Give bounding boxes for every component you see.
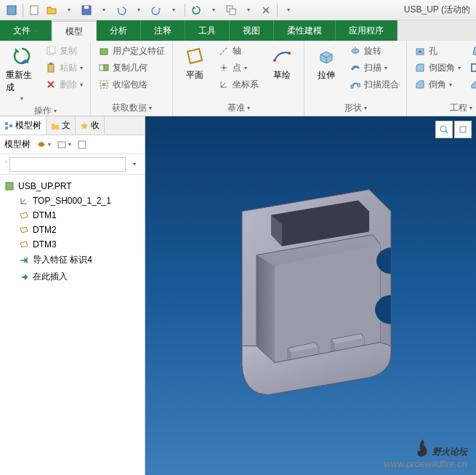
copy-button[interactable]: 复制: [42, 43, 86, 59]
svg-rect-9: [49, 63, 52, 65]
chamfer-button[interactable]: 倒角▾: [411, 76, 464, 92]
tab-analysis[interactable]: 分析: [97, 20, 141, 41]
tree-item-csys[interactable]: TOP_SH000_1_2_1: [3, 193, 142, 208]
tree-item-import[interactable]: 导入特征 标识4: [3, 252, 142, 268]
tree-settings-button[interactable]: ▾: [36, 140, 51, 150]
shell-button[interactable]: 壳: [467, 60, 476, 76]
model-render: [202, 175, 420, 407]
group-label: 获取数据▾: [95, 100, 168, 116]
clear-filter-icon[interactable]: [129, 160, 130, 169]
point-button[interactable]: 点▾: [215, 60, 262, 76]
sidebar-tab-favorites[interactable]: 收: [76, 116, 105, 135]
qat-new-icon[interactable]: [26, 2, 42, 18]
rib-button[interactable]: 筋▾: [467, 76, 476, 92]
sidebar-tab-modeltree[interactable]: 模型树: [0, 116, 47, 135]
tab-flex[interactable]: 柔性建模: [274, 20, 336, 41]
qat-windows-icon[interactable]: [223, 2, 239, 18]
qat-save-icon[interactable]: [78, 2, 94, 18]
watermark-url: www.proewildfire.cn: [384, 458, 467, 469]
svg-rect-1: [31, 6, 38, 15]
qat-home-icon[interactable]: [4, 2, 20, 18]
chevron-down-icon: ▾: [20, 95, 23, 102]
plane-button[interactable]: 平面: [177, 43, 212, 83]
viewport-3d[interactable]: 野火论坛 www.proewildfire.cn: [145, 116, 476, 475]
node-label: 在此插入: [33, 271, 68, 283]
sweep-button[interactable]: 扫描▾: [347, 60, 402, 76]
qat-close-icon[interactable]: [258, 2, 274, 18]
csys-icon: [218, 79, 230, 90]
tree-display-button[interactable]: ▾: [57, 140, 71, 150]
qat-dropdown-icon[interactable]: ▾: [241, 2, 257, 18]
svg-point-29: [419, 51, 421, 53]
qat-dropdown-icon[interactable]: ▾: [206, 2, 222, 18]
button-label: 扫描: [364, 62, 382, 74]
rib-icon: [469, 79, 476, 90]
star-icon: [80, 121, 89, 130]
qat-regen-icon[interactable]: [188, 2, 204, 18]
qat-dropdown-icon[interactable]: ▾: [96, 2, 112, 18]
sweepblend-button[interactable]: 扫描混合: [347, 76, 402, 92]
tree-search-button[interactable]: [77, 140, 87, 150]
tree-item-plane[interactable]: DTM3: [3, 237, 142, 252]
revolve-button[interactable]: 旋转: [347, 43, 402, 59]
settings-icon: [36, 140, 47, 150]
round-button[interactable]: 倒圆角▾: [411, 60, 464, 76]
tree-item-plane[interactable]: DTM2: [3, 223, 142, 237]
cube-icon: [458, 124, 468, 135]
shrinkwrap-button[interactable]: 收缩包络: [95, 76, 168, 92]
tree-item-plane[interactable]: DTM1: [3, 208, 142, 223]
paste-icon: [45, 62, 57, 73]
add-icon[interactable]: [139, 160, 140, 169]
sidebar-tab-folders[interactable]: 文: [47, 116, 76, 135]
qat-dropdown-icon[interactable]: ▾: [166, 2, 182, 18]
delete-button[interactable]: 删除▾: [42, 76, 86, 92]
view-button[interactable]: [454, 121, 472, 138]
csys-button[interactable]: 坐标系: [215, 76, 262, 92]
shrinkwrap-icon: [98, 79, 110, 90]
filter-input[interactable]: [9, 157, 126, 172]
filter-icon[interactable]: [4, 159, 7, 169]
svg-rect-12: [104, 65, 108, 71]
qat-dropdown-icon[interactable]: ▾: [131, 2, 147, 18]
ribbon-group-engineering: 孔 倒圆角▾ 倒角▾ 拔模▾ 壳 筋▾ 工程▾: [407, 41, 476, 116]
svg-rect-14: [102, 83, 105, 86]
button-label: 拉伸: [318, 69, 335, 81]
chevron-down-icon: ▾: [458, 65, 461, 71]
svg-point-27: [358, 84, 361, 87]
button-label: 孔: [429, 45, 437, 57]
qat-redo-icon[interactable]: [148, 2, 164, 18]
tab-annotate[interactable]: 注释: [141, 20, 185, 41]
svg-rect-26: [351, 85, 353, 88]
watermark: 野火论坛 www.proewildfire.cn: [384, 438, 467, 469]
tab-tools[interactable]: 工具: [185, 20, 230, 41]
filter-dropdown-icon[interactable]: ▾: [133, 161, 136, 167]
sketch-button[interactable]: 草绘: [265, 43, 299, 83]
tab-app[interactable]: 应用程序: [336, 20, 398, 41]
regenerate-button[interactable]: 重新生成 ▾: [4, 43, 39, 103]
refit-button[interactable]: [435, 121, 453, 138]
tree-label: 模型树: [4, 138, 31, 151]
tree-root[interactable]: USB_UP.PRT: [3, 179, 142, 193]
hole-button[interactable]: 孔: [411, 43, 464, 59]
tree-item-insert[interactable]: 在此插入: [3, 268, 142, 285]
axis-button[interactable]: 轴: [215, 43, 262, 59]
qat-dropdown-icon[interactable]: ▾: [61, 2, 77, 18]
svg-point-18: [223, 67, 225, 69]
qat-undo-icon[interactable]: [113, 2, 129, 18]
extrude-button[interactable]: 拉伸: [309, 43, 344, 83]
svg-rect-35: [78, 141, 86, 148]
qat-customize-icon[interactable]: ▾: [281, 2, 297, 18]
node-label: 导入特征 标识4: [33, 254, 92, 266]
qat-open-icon[interactable]: [44, 2, 60, 18]
paste-button[interactable]: 粘贴▾: [42, 60, 86, 76]
copygeom-button[interactable]: 复制几何: [95, 60, 168, 76]
tree-icon: [4, 121, 13, 130]
round-icon: [414, 62, 426, 73]
tab-view[interactable]: 视图: [230, 20, 274, 41]
tab-model[interactable]: 模型: [52, 21, 97, 41]
svg-rect-31: [5, 122, 8, 125]
tab-file[interactable]: 文件▾: [0, 20, 52, 41]
draft-button[interactable]: 拔模▾: [467, 43, 476, 59]
svg-rect-30: [472, 64, 476, 71]
udf-button[interactable]: 用户定义特征: [95, 43, 168, 59]
